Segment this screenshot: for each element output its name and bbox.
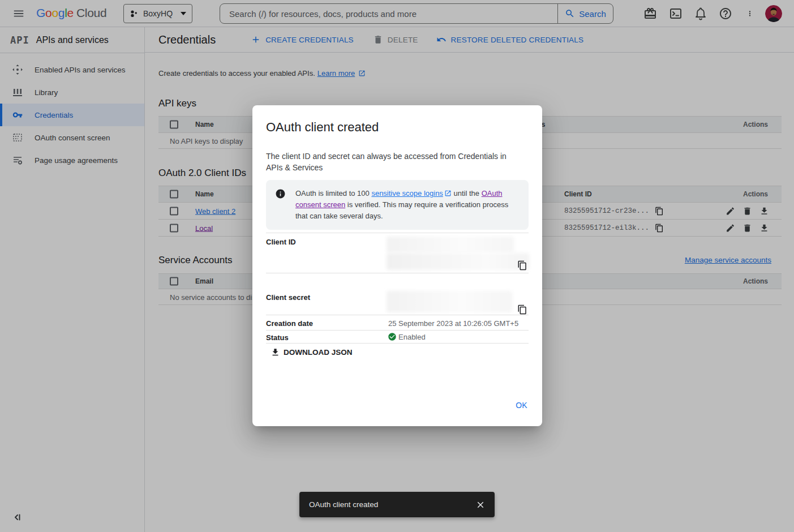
creation-date-value: 25 September 2023 at 10:26:05 GMT+5 bbox=[388, 319, 518, 328]
dialog-notice: OAuth is limited to 100 sensitive scope … bbox=[266, 180, 529, 230]
download-icon bbox=[271, 347, 280, 357]
status-text: Enabled bbox=[398, 333, 426, 341]
divider bbox=[266, 343, 529, 344]
notice-text: OAuth is limited to 100 bbox=[295, 189, 371, 198]
redacted-client-id bbox=[387, 237, 514, 252]
client-secret-label: Client secret bbox=[266, 293, 310, 302]
status-value: Enabled bbox=[388, 332, 426, 341]
copy-client-id-icon[interactable] bbox=[517, 260, 527, 271]
redacted-client-secret bbox=[387, 291, 512, 312]
divider bbox=[266, 315, 529, 315]
divider bbox=[266, 330, 529, 331]
download-json-label: DOWNLOAD JSON bbox=[284, 348, 353, 357]
copy-client-secret-icon[interactable] bbox=[517, 304, 527, 315]
divider bbox=[266, 233, 529, 233]
oauth-client-created-dialog: OAuth client created The client ID and s… bbox=[252, 105, 542, 426]
google-cloud-console: GoogleCloud BoxyHQ Search bbox=[0, 0, 794, 532]
toast-message: OAuth client created bbox=[309, 500, 475, 509]
status-label: Status bbox=[266, 333, 289, 342]
notice-text: until the bbox=[452, 189, 482, 198]
divider bbox=[266, 273, 529, 273]
dialog-title: OAuth client created bbox=[266, 120, 379, 135]
redacted-client-id bbox=[387, 253, 529, 270]
dialog-description: The client ID and secret can always be a… bbox=[266, 151, 522, 173]
ok-button[interactable]: OK bbox=[516, 401, 527, 410]
download-json-button[interactable]: DOWNLOAD JSON bbox=[271, 347, 353, 357]
sensitive-scope-logins-link[interactable]: sensitive scope logins bbox=[371, 189, 443, 198]
client-id-label: Client ID bbox=[266, 238, 296, 246]
creation-date-label: Creation date bbox=[266, 319, 313, 328]
check-circle-icon bbox=[388, 332, 397, 341]
toast-notification: OAuth client created bbox=[299, 492, 495, 517]
info-icon bbox=[275, 188, 286, 199]
close-icon[interactable] bbox=[475, 500, 486, 510]
external-link-icon bbox=[444, 190, 452, 197]
